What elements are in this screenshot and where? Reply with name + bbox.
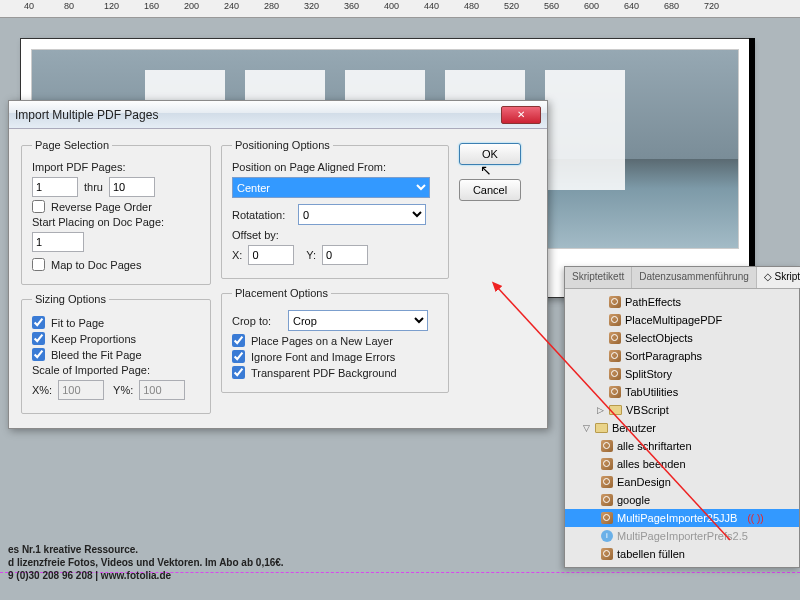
- group-legend: Page Selection: [32, 139, 112, 151]
- footer-line: 9 (0)30 208 96 208 | www.fotolia.de: [8, 569, 284, 582]
- tree-item-label: tabellen füllen: [617, 548, 685, 560]
- crop-to-select[interactable]: Crop: [288, 310, 428, 331]
- offset-x-input[interactable]: [248, 245, 294, 265]
- tree-item[interactable]: TabUtilities: [565, 383, 799, 401]
- reverse-order-checkbox[interactable]: [32, 200, 45, 213]
- script-icon: [601, 548, 613, 560]
- tree-item[interactable]: PlaceMultipagePDF: [565, 311, 799, 329]
- scale-label: Scale of Imported Page:: [32, 364, 200, 376]
- script-icon: [609, 296, 621, 308]
- tree-item[interactable]: tabellen füllen: [565, 545, 799, 563]
- map-pages-checkbox[interactable]: [32, 258, 45, 271]
- new-layer-label: Place Pages on a New Layer: [251, 335, 393, 347]
- offset-label: Offset by:: [232, 229, 438, 241]
- from-page-input[interactable]: [32, 177, 78, 197]
- tree-item[interactable]: MultiPageImporter25JJB(( )): [565, 509, 799, 527]
- group-legend: Positioning Options: [232, 139, 333, 151]
- tree-item-label: TabUtilities: [625, 386, 678, 398]
- crop-to-label: Crop to:: [232, 315, 282, 327]
- footer-line: d lizenzfreie Fotos, Videos und Vektoren…: [8, 556, 284, 569]
- rotation-label: Rotatation:: [232, 209, 292, 221]
- tree-item[interactable]: google: [565, 491, 799, 509]
- tree-item-label: VBScript: [626, 404, 669, 416]
- tree-item[interactable]: SortParagraphs: [565, 347, 799, 365]
- folder-icon: [595, 423, 608, 433]
- tab-skriptetikett[interactable]: Skriptetikett: [565, 267, 632, 288]
- thru-label: thru: [84, 181, 103, 193]
- tree-item[interactable]: iMultiPageImporterPrefs2.5: [565, 527, 799, 545]
- script-icon: [601, 458, 613, 470]
- dialog-title: Import Multiple PDF Pages: [15, 108, 501, 122]
- import-pdf-dialog: Import Multiple PDF Pages ✕ Page Selecti…: [8, 100, 548, 429]
- bleed-fit-checkbox[interactable]: [32, 348, 45, 361]
- script-icon: [601, 440, 613, 452]
- ignore-errors-checkbox[interactable]: [232, 350, 245, 363]
- horizontal-ruler: 4080120160200240280320360400440480520560…: [0, 0, 800, 18]
- script-icon: [609, 332, 621, 344]
- group-legend: Sizing Options: [32, 293, 109, 305]
- sizing-group: Sizing Options Fit to Page Keep Proporti…: [21, 293, 211, 414]
- footer-text: es Nr.1 kreative Ressource. d lizenzfrei…: [8, 543, 284, 582]
- tree-item-label: SplitStory: [625, 368, 672, 380]
- footer-line: es Nr.1 kreative Ressource.: [8, 543, 284, 556]
- transparent-bg-checkbox[interactable]: [232, 366, 245, 379]
- tree-item-label: PlaceMultipagePDF: [625, 314, 722, 326]
- script-icon: [609, 350, 621, 362]
- ok-button[interactable]: OK: [459, 143, 521, 165]
- tree-item[interactable]: alle schriftarten: [565, 437, 799, 455]
- script-icon: [609, 368, 621, 380]
- tree-item[interactable]: ▽Benutzer: [565, 419, 799, 437]
- tree-item-label: MultiPageImporter25JJB: [617, 512, 737, 524]
- start-page-input[interactable]: [32, 232, 84, 252]
- tree-item[interactable]: PathEffects: [565, 293, 799, 311]
- fit-to-page-label: Fit to Page: [51, 317, 104, 329]
- script-icon: [601, 494, 613, 506]
- tree-item-label: google: [617, 494, 650, 506]
- info-icon: i: [601, 530, 613, 542]
- map-pages-label: Map to Doc Pages: [51, 259, 142, 271]
- scripts-panel: Skriptetikett Datenzusammenführung ◇ Skr…: [564, 266, 800, 568]
- reverse-order-label: Reverse Page Order: [51, 201, 152, 213]
- tab-datenzusammenfuehrung[interactable]: Datenzusammenführung: [632, 267, 757, 288]
- panel-tabs: Skriptetikett Datenzusammenführung ◇ Skr…: [565, 267, 799, 289]
- tree-item-label: SelectObjects: [625, 332, 693, 344]
- script-tree[interactable]: PathEffectsPlaceMultipagePDFSelectObject…: [565, 289, 799, 567]
- script-icon: [601, 476, 613, 488]
- dialog-titlebar[interactable]: Import Multiple PDF Pages ✕: [9, 101, 547, 129]
- tree-item-label: alle schriftarten: [617, 440, 692, 452]
- tree-item-label: MultiPageImporterPrefs2.5: [617, 530, 748, 542]
- tree-item-label: SortParagraphs: [625, 350, 702, 362]
- scale-y-input: [139, 380, 185, 400]
- tab-skripte[interactable]: ◇ Skripte: [757, 267, 800, 288]
- tree-item[interactable]: alles beenden: [565, 455, 799, 473]
- import-pages-label: Import PDF Pages:: [32, 161, 200, 173]
- tree-item[interactable]: SelectObjects: [565, 329, 799, 347]
- start-page-label: Start Placing on Doc Page:: [32, 216, 200, 228]
- fit-to-page-checkbox[interactable]: [32, 316, 45, 329]
- group-legend: Placement Options: [232, 287, 331, 299]
- ignore-errors-label: Ignore Font and Image Errors: [251, 351, 395, 363]
- offset-y-input[interactable]: [322, 245, 368, 265]
- tree-item-label: EanDesign: [617, 476, 671, 488]
- tree-item-label: PathEffects: [625, 296, 681, 308]
- placement-group: Placement Options Crop to: Crop Place Pa…: [221, 287, 449, 393]
- to-page-input[interactable]: [109, 177, 155, 197]
- align-select[interactable]: Center: [232, 177, 430, 198]
- tree-item[interactable]: EanDesign: [565, 473, 799, 491]
- scale-x-input: [58, 380, 104, 400]
- align-label: Position on Page Aligned From:: [232, 161, 438, 173]
- transparent-bg-label: Transparent PDF Background: [251, 367, 397, 379]
- close-button[interactable]: ✕: [501, 106, 541, 124]
- folder-icon: [609, 405, 622, 415]
- page-selection-group: Page Selection Import PDF Pages: thru Re…: [21, 139, 211, 285]
- tree-item-label: Benutzer: [612, 422, 656, 434]
- tree-item[interactable]: SplitStory: [565, 365, 799, 383]
- rotation-select[interactable]: 0: [298, 204, 426, 225]
- tree-item-label: alles beenden: [617, 458, 686, 470]
- cancel-button[interactable]: Cancel: [459, 179, 521, 201]
- tree-item[interactable]: ▷VBScript: [565, 401, 799, 419]
- new-layer-checkbox[interactable]: [232, 334, 245, 347]
- keep-proportions-checkbox[interactable]: [32, 332, 45, 345]
- positioning-group: Positioning Options Position on Page Ali…: [221, 139, 449, 279]
- bleed-fit-label: Bleed the Fit Page: [51, 349, 142, 361]
